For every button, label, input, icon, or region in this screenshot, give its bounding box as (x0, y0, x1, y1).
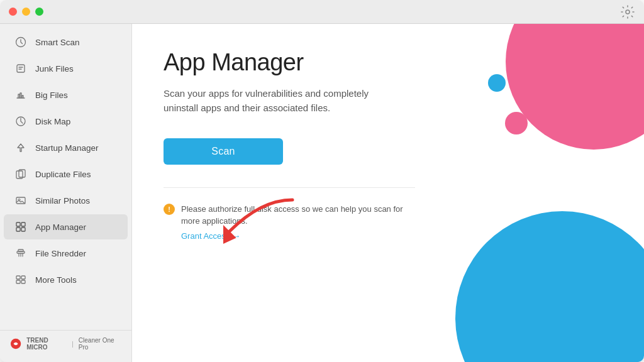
svg-rect-2 (17, 65, 25, 72)
sidebar-item-app-manager[interactable]: App Manager (4, 214, 128, 239)
diskmap-icon (14, 114, 28, 128)
circle-cyan-small (488, 74, 506, 92)
photos-icon (14, 194, 28, 207)
sidebar: Smart Scan Junk Files (0, 24, 132, 362)
grant-access-arrow: → (232, 231, 240, 241)
sidebar-label-app-manager: App Manager (35, 222, 86, 232)
svg-rect-10 (16, 228, 20, 231)
sidebar-label-disk-map: Disk Map (35, 117, 70, 126)
svg-rect-15 (21, 276, 25, 279)
title-bar (0, 0, 644, 24)
sidebar-label-similar-photos: Similar Photos (35, 196, 90, 206)
scan-button[interactable]: Scan (164, 138, 283, 165)
sidebar-item-big-files[interactable]: Big Files (4, 82, 128, 107)
trend-micro-logo (10, 337, 21, 350)
auth-notice: ! Please authorize full disk access so w… (164, 203, 415, 241)
minimize-button[interactable] (22, 8, 30, 16)
main-content: App Manager Scan your apps for vulnerabi… (132, 24, 644, 362)
page-description: Scan your apps for vulnerabilities and c… (164, 86, 384, 116)
svg-rect-16 (16, 280, 20, 283)
divider (164, 187, 415, 188)
grant-access-text: Grant Access (181, 231, 230, 241)
page-title: App Manager (164, 49, 613, 76)
sidebar-spacer (0, 293, 131, 330)
svg-rect-13 (18, 250, 23, 251)
settings-icon (620, 4, 635, 19)
separator: | (72, 341, 74, 348)
sidebar-label-big-files: Big Files (35, 90, 68, 100)
clock-icon (14, 35, 28, 49)
sidebar-item-junk-files[interactable]: Junk Files (4, 56, 128, 81)
sidebar-label-duplicate-files: Duplicate Files (35, 170, 91, 179)
svg-point-0 (626, 10, 630, 14)
startup-icon (14, 141, 28, 155)
brand-label: TREND MICRO (26, 337, 67, 351)
sidebar-label-more-tools: More Tools (35, 275, 77, 285)
circle-pink-small (505, 112, 528, 134)
shredder-icon (14, 246, 28, 260)
notice-text: Please authorize full disk access so we … (181, 203, 415, 228)
bigfiles-icon (14, 88, 28, 102)
duplicate-icon (14, 167, 28, 181)
svg-rect-9 (21, 222, 25, 226)
junk-icon (14, 62, 28, 75)
svg-rect-14 (16, 276, 20, 279)
app-body: Smart Scan Junk Files (0, 24, 644, 362)
sidebar-item-smart-scan[interactable]: Smart Scan (4, 30, 128, 55)
circle-pink-large (506, 24, 644, 150)
sidebar-item-startup-manager[interactable]: Startup Manager (4, 135, 128, 160)
apps-icon (14, 220, 28, 234)
sidebar-label-startup-manager: Startup Manager (35, 143, 99, 153)
close-button[interactable] (9, 8, 17, 16)
sidebar-item-duplicate-files[interactable]: Duplicate Files (4, 162, 128, 187)
sidebar-label-junk-files: Junk Files (35, 64, 74, 74)
app-window: Smart Scan Junk Files (0, 0, 644, 362)
svg-rect-11 (21, 228, 25, 231)
sidebar-label-smart-scan: Smart Scan (35, 38, 80, 47)
sidebar-footer: TREND MICRO | Cleaner One Pro (0, 330, 131, 357)
warning-icon: ! (164, 204, 175, 215)
app-label: Cleaner One Pro (79, 337, 121, 351)
sidebar-item-disk-map[interactable]: Disk Map (4, 109, 128, 134)
sidebar-label-file-shredder: File Shredder (35, 249, 86, 258)
circle-cyan-large (455, 211, 644, 362)
grant-access-link[interactable]: Grant Access → (181, 231, 240, 241)
svg-rect-17 (21, 280, 25, 283)
sidebar-item-more-tools[interactable]: More Tools (4, 267, 128, 292)
moretools-icon (14, 273, 28, 287)
svg-rect-8 (16, 222, 20, 226)
notice-content: Please authorize full disk access so we … (181, 203, 415, 241)
maximize-button[interactable] (35, 8, 43, 16)
sidebar-item-similar-photos[interactable]: Similar Photos (4, 188, 128, 213)
sidebar-item-file-shredder[interactable]: File Shredder (4, 241, 128, 266)
